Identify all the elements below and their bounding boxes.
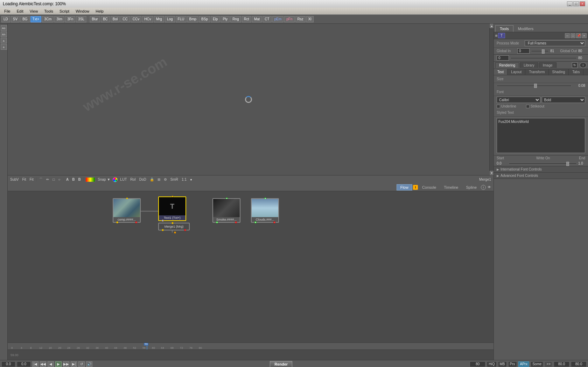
- left-tool-a2[interactable]: a: [1, 44, 7, 50]
- tool-elp[interactable]: Elp: [211, 16, 220, 22]
- tool-pem[interactable]: pEm: [272, 16, 284, 22]
- text-icon[interactable]: A: [65, 177, 70, 182]
- some-button[interactable]: Some: [531, 361, 543, 367]
- tool-3fn[interactable]: 3Fn: [65, 16, 75, 22]
- write-on-slider[interactable]: [509, 163, 577, 164]
- play-forward-button[interactable]: ▶: [55, 361, 62, 367]
- info-icon[interactable]: i: [481, 185, 486, 190]
- tab-library[interactable]: Library: [520, 62, 538, 68]
- b-icon[interactable]: B: [77, 177, 82, 182]
- hiq-button[interactable]: HiQ: [487, 361, 496, 367]
- node-merge1[interactable]: Merge1 (Mrg): [158, 223, 190, 230]
- global-in-slider[interactable]: [531, 50, 549, 52]
- node-comp[interactable]: comp.####...: [113, 198, 141, 223]
- info-panel-icon[interactable]: i: [580, 62, 587, 68]
- flow-tab-timeline[interactable]: Timeline: [440, 184, 462, 191]
- dod-button[interactable]: DoD: [138, 177, 147, 182]
- menu-view[interactable]: View: [27, 8, 41, 14]
- roi-button[interactable]: RoI: [129, 177, 137, 182]
- tool-sv[interactable]: SV: [11, 16, 20, 22]
- process-mode-dropdown[interactable]: Full Frames Draft: [525, 40, 585, 46]
- tool-3im[interactable]: 3Im: [54, 16, 64, 22]
- flow-tab-flow[interactable]: Flow: [397, 184, 412, 191]
- lut-dropdown[interactable]: LUT: [119, 177, 128, 182]
- fit-dropdown[interactable]: Fit: [21, 177, 27, 182]
- global-in-field1[interactable]: [517, 48, 530, 54]
- left-tool-a1[interactable]: a: [1, 38, 7, 43]
- mb-button[interactable]: MB: [498, 361, 507, 367]
- subtab-transform[interactable]: Transform: [525, 69, 548, 75]
- flow-tab-spline[interactable]: Spline: [462, 184, 480, 191]
- intl-font-controls[interactable]: ▶ International Font Controls: [494, 166, 588, 173]
- left-tool-ab[interactable]: Ab: [1, 25, 7, 31]
- tool-rsz[interactable]: Rsz: [295, 16, 306, 22]
- play-forward2-button[interactable]: ▶▶: [63, 361, 69, 367]
- paint-icon[interactable]: ✏: [45, 177, 50, 182]
- size-slider[interactable]: [497, 85, 572, 86]
- tool-cc[interactable]: CC: [120, 16, 130, 22]
- subtab-text[interactable]: Text: [494, 69, 507, 75]
- audio-button[interactable]: 🔊: [86, 361, 92, 367]
- tool-bc[interactable]: BC: [101, 16, 110, 22]
- skip-to-end-button[interactable]: ▶|: [71, 361, 77, 367]
- node-ctrl-close[interactable]: ×: [582, 33, 587, 38]
- tool-3cm[interactable]: 3Cm: [42, 16, 54, 22]
- eye-icon[interactable]: 👁: [486, 185, 492, 189]
- flow-canvas[interactable]: comp.####... T Text1 (Txt+) Merge1 (Mrg): [8, 191, 493, 342]
- scroll-up-button[interactable]: ▲: [490, 24, 493, 28]
- underline-checkbox[interactable]: [497, 105, 500, 108]
- tool-ct[interactable]: CT: [262, 16, 271, 22]
- subv-dropdown[interactable]: SubV: [9, 177, 20, 182]
- tool-rng[interactable]: Rng: [230, 16, 241, 22]
- close-button[interactable]: ×: [580, 1, 585, 6]
- tab-tools[interactable]: Tools: [495, 25, 513, 32]
- render-button[interactable]: Render: [270, 361, 292, 367]
- tool-bol[interactable]: Bol: [111, 16, 120, 22]
- global-out-slider[interactable]: [510, 57, 577, 59]
- global-out-field1[interactable]: [497, 55, 509, 61]
- tool-bmp[interactable]: Bmp: [187, 16, 199, 22]
- tool-bsp[interactable]: BSp: [199, 16, 210, 22]
- bold-a-icon[interactable]: B: [71, 177, 76, 182]
- tool-rct[interactable]: Rct: [242, 16, 251, 22]
- menu-tools[interactable]: Tools: [41, 8, 56, 14]
- subtab-layout[interactable]: Layout: [507, 69, 525, 75]
- node-ctrl-minus[interactable]: ─: [565, 33, 570, 38]
- menu-help[interactable]: Help: [93, 8, 106, 14]
- tool-xl[interactable]: Xl: [306, 16, 314, 22]
- tab-modifiers[interactable]: Modifiers: [513, 25, 538, 32]
- node-ctrl-restore[interactable]: □: [570, 33, 575, 38]
- loop-button[interactable]: ↺: [78, 361, 85, 367]
- subtab-shading[interactable]: Shading: [549, 69, 569, 75]
- record-icon[interactable]: ●: [189, 177, 193, 182]
- menu-window[interactable]: Window: [73, 8, 92, 14]
- aprx-button[interactable]: APrx: [518, 361, 530, 367]
- font-style-dropdown[interactable]: Bold Regular Italic: [542, 97, 586, 103]
- maximize-button[interactable]: □: [573, 1, 579, 6]
- gear-icon[interactable]: ⚙: [163, 177, 168, 182]
- grid-icon[interactable]: ⊞: [156, 177, 161, 182]
- minimize-button[interactable]: _: [567, 1, 573, 6]
- node-clouds[interactable]: Clouds.###...: [251, 198, 279, 223]
- tool-blur[interactable]: Blur: [90, 16, 100, 22]
- tool-pfn[interactable]: pFn: [284, 16, 294, 22]
- prx-button[interactable]: Prx: [508, 361, 517, 367]
- step-back-button[interactable]: ◀◀: [40, 361, 46, 367]
- node-text1[interactable]: T Text1 (Txt+): [158, 196, 186, 221]
- font-name-dropdown[interactable]: Calibri Arial Times New Roman: [497, 97, 540, 103]
- transport-end-frame[interactable]: [470, 361, 485, 367]
- circle-icon[interactable]: ○: [57, 177, 61, 182]
- refresh-icon[interactable]: ↻: [572, 62, 578, 68]
- transport-current-frame[interactable]: [1, 361, 15, 367]
- tab-rendering[interactable]: Rendering: [495, 62, 519, 68]
- tool-ld[interactable]: LD: [1, 16, 10, 22]
- fast-forward-btn[interactable]: >>: [545, 361, 552, 367]
- underline-checkbox-label[interactable]: Underline: [497, 104, 516, 108]
- adv-font-controls[interactable]: ▶ Advanced Font Controls: [494, 173, 588, 179]
- tool-ply[interactable]: Ply: [220, 16, 230, 22]
- color-swatch[interactable]: [85, 177, 95, 182]
- curve-icon[interactable]: ⌒: [38, 177, 44, 182]
- left-tool-ah[interactable]: Ah: [1, 32, 7, 37]
- transport-out-val2[interactable]: [571, 361, 587, 367]
- menu-file[interactable]: File: [1, 8, 13, 14]
